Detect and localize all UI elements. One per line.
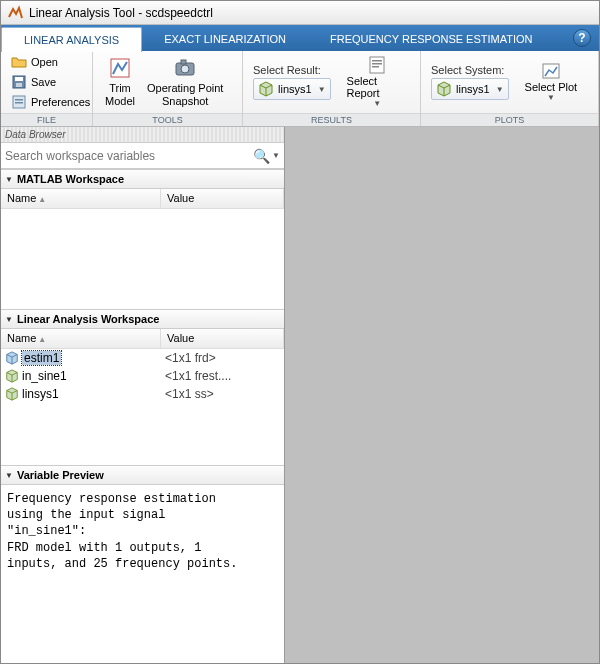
- help-button[interactable]: ?: [573, 29, 591, 47]
- cube-icon: [258, 81, 274, 97]
- linear-analysis-workspace-title[interactable]: Linear Analysis Workspace: [1, 309, 284, 329]
- trim-model-button[interactable]: Trim Model: [99, 56, 141, 107]
- select-result-label: Select Result:: [253, 64, 331, 76]
- svg-point-8: [181, 65, 189, 73]
- chevron-down-icon: ▼: [496, 85, 504, 94]
- chevron-down-icon: ▼: [547, 93, 555, 102]
- preferences-icon: [11, 94, 27, 110]
- svg-rect-10: [370, 57, 384, 73]
- ribbon-tabs: LINEAR ANALYSIS EXACT LINEARIZATION FREQ…: [1, 25, 599, 51]
- col-value[interactable]: Value: [161, 189, 284, 208]
- svg-rect-9: [181, 60, 186, 64]
- file-group-label: FILE: [1, 113, 92, 126]
- open-label: Open: [31, 56, 58, 68]
- folder-open-icon: [11, 54, 27, 70]
- ws1-table-header: Name▲ Value: [1, 189, 284, 209]
- data-browser: Data Browser 🔍 ▼ MATLAB Workspace Name▲ …: [1, 127, 285, 664]
- title-bar: Linear Analysis Tool - scdspeedctrl: [1, 1, 599, 25]
- save-label: Save: [31, 76, 56, 88]
- open-button[interactable]: Open: [7, 53, 94, 71]
- svg-rect-2: [16, 83, 22, 87]
- cube-icon: [5, 369, 19, 383]
- window-title: Linear Analysis Tool - scdspeedctrl: [29, 6, 213, 20]
- ws2-table-body: estim1 <1x1 frd> in_sine1 <1x1 frest....…: [1, 349, 284, 465]
- svg-rect-4: [15, 99, 23, 101]
- table-row[interactable]: estim1 <1x1 frd>: [1, 349, 284, 367]
- cube-icon: [5, 351, 19, 365]
- ws2-table-header: Name▲ Value: [1, 329, 284, 349]
- select-system-combo[interactable]: linsys1 ▼: [431, 78, 509, 100]
- plot-icon: [541, 62, 561, 80]
- tab-linear-analysis[interactable]: LINEAR ANALYSIS: [1, 27, 142, 52]
- search-input[interactable]: [5, 149, 253, 163]
- col-value[interactable]: Value: [161, 329, 284, 348]
- save-button[interactable]: Save: [7, 73, 94, 91]
- report-icon: [367, 56, 387, 74]
- select-result-combo[interactable]: linsys1 ▼: [253, 78, 331, 100]
- svg-rect-11: [372, 60, 382, 62]
- plots-group-label: PLOTS: [421, 113, 598, 126]
- prefs-label: Preferences: [31, 96, 90, 108]
- search-options-dropdown[interactable]: ▼: [272, 151, 280, 160]
- svg-rect-12: [372, 63, 382, 65]
- results-group-label: RESULTS: [243, 113, 420, 126]
- data-browser-header: Data Browser: [1, 127, 284, 143]
- tools-group-label: TOOLS: [93, 113, 242, 126]
- cube-icon: [5, 387, 19, 401]
- svg-rect-1: [15, 77, 23, 81]
- chevron-down-icon: ▼: [373, 99, 381, 108]
- svg-rect-5: [15, 102, 23, 104]
- search-icon[interactable]: 🔍: [253, 148, 270, 164]
- table-row[interactable]: in_sine1 <1x1 frest....: [1, 367, 284, 385]
- matlab-workspace-title[interactable]: MATLAB Workspace: [1, 169, 284, 189]
- operating-point-snapshot-button[interactable]: Operating Point Snapshot: [141, 56, 229, 107]
- toolstrip: Open Save Preferences FILE Trim Model: [1, 51, 599, 127]
- tab-frequency-response-estimation[interactable]: FREQUENCY RESPONSE ESTIMATION: [308, 27, 555, 51]
- preferences-button[interactable]: Preferences: [7, 93, 94, 111]
- search-row: 🔍 ▼: [1, 143, 284, 169]
- svg-rect-13: [372, 66, 379, 68]
- variable-preview-body: Frequency response estimation using the …: [1, 485, 284, 664]
- camera-icon: [173, 56, 197, 80]
- floppy-disk-icon: [11, 74, 27, 90]
- matlab-logo-icon: [7, 5, 23, 21]
- table-row[interactable]: linsys1 <1x1 ss>: [1, 385, 284, 403]
- col-name[interactable]: Name▲: [1, 329, 161, 348]
- tab-exact-linearization[interactable]: EXACT LINEARIZATION: [142, 27, 308, 51]
- select-system-label: Select System:: [431, 64, 509, 76]
- cube-icon: [436, 81, 452, 97]
- ws1-table-body: [1, 209, 284, 309]
- select-report-button[interactable]: Select Report ▼: [341, 56, 414, 108]
- select-plot-button[interactable]: Select Plot ▼: [519, 62, 584, 102]
- chevron-down-icon: ▼: [318, 85, 326, 94]
- main-canvas: [285, 127, 599, 664]
- trim-model-icon: [108, 56, 132, 80]
- variable-preview-title[interactable]: Variable Preview: [1, 465, 284, 485]
- col-name[interactable]: Name▲: [1, 189, 161, 208]
